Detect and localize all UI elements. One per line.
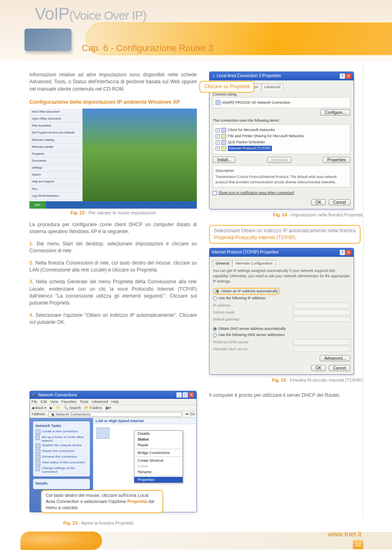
ctx-bridge[interactable]: Bridge Connections	[134, 450, 183, 456]
cancel-button[interactable]: Cancel	[329, 199, 350, 205]
win1-okcancel: OK Cancel	[213, 199, 350, 206]
ip-row: IP address:	[213, 303, 350, 308]
details-panel: Details	[33, 479, 90, 489]
maximize-icon[interactable]: ▢	[183, 392, 188, 398]
win2-body: General Alternate Configuration You can …	[209, 257, 354, 374]
help-icon[interactable]: ?	[340, 250, 345, 255]
radio-icon[interactable]	[213, 327, 217, 331]
lan-connection-icon[interactable]	[96, 427, 109, 439]
annotation-bottom-box: Col tasto destro del mouse, cliccare sul…	[41, 490, 163, 513]
list-item[interactable]: ✓QoS Packet Scheduler	[216, 139, 347, 145]
dns2-row: Alternate DNS server:	[213, 346, 350, 352]
fig24-number: Fig. 24	[273, 212, 287, 217]
startmenu-item: Log Off Administrator...	[29, 193, 82, 200]
checkbox-icon[interactable]	[213, 191, 217, 195]
menu-view[interactable]: View	[50, 400, 58, 404]
ok-button[interactable]: OK	[311, 365, 326, 371]
win2-okcancel: OK Cancel	[213, 365, 350, 372]
radio-icon[interactable]	[213, 296, 217, 300]
nc-window-controls: _▢✕	[176, 392, 194, 398]
ctx-properties[interactable]: Properties	[134, 477, 183, 483]
task-item[interactable]: Create a new connection	[36, 429, 87, 435]
radio-obtain-ip[interactable]: Obtain an IP address automatically	[213, 287, 350, 295]
start-button: start	[29, 201, 46, 209]
back-button[interactable]: ◀ Back ▾	[31, 406, 47, 410]
task-item[interactable]: Disable this network device	[36, 443, 87, 449]
checkbox-icon[interactable]: ✓	[216, 140, 220, 145]
radio-use-dns[interactable]: Use the following DNS server addresses:	[213, 332, 350, 338]
win1-titlebar: ⊥ Local Area Connection 3 Properties ?✕	[209, 72, 354, 80]
checkbox-icon[interactable]: ✓	[216, 134, 220, 138]
go-button[interactable]: ➡ Go	[185, 412, 195, 417]
up-button[interactable]: 📁	[56, 406, 60, 410]
radio-icon[interactable]	[213, 333, 217, 337]
fig23-caption: Fig. 23 - Aprire la finestra Proprietà	[63, 521, 134, 525]
task-item[interactable]: Rename this connection	[36, 454, 87, 460]
startmenu-item: Files Anywhere	[29, 122, 82, 129]
close-icon[interactable]: ✕	[189, 392, 194, 398]
uninstall-button[interactable]: Uninstall	[267, 157, 292, 163]
configure-button[interactable]: Configure...	[320, 109, 350, 116]
task-item[interactable]: Repair this connection	[36, 449, 87, 454]
forward-button[interactable]: ▶	[50, 406, 53, 410]
list-item[interactable]: ✓File and Printer Sharing for Microsoft …	[216, 133, 347, 139]
procedure-intro: La procedura per configurare come client…	[29, 221, 197, 236]
showicon-row[interactable]: Show icon in notification area when conn…	[213, 190, 350, 196]
radio-icon[interactable]	[215, 289, 219, 294]
tcpip-icon	[221, 146, 226, 151]
help-icon[interactable]: ?	[340, 73, 345, 79]
minimize-icon[interactable]: _	[176, 392, 182, 398]
search-button[interactable]: 🔍 Search	[64, 406, 81, 410]
startmenu-item: Documents	[29, 158, 82, 165]
menu-help[interactable]: Help	[111, 400, 119, 404]
close-icon[interactable]: ✕	[346, 73, 351, 79]
right-column: Cliccare su Proprietà ⊥ Local Area Conne…	[209, 71, 363, 404]
menu-file[interactable]: File	[31, 400, 38, 404]
list-item[interactable]: ✓Client for Microsoft Networks	[216, 127, 347, 133]
callout-properties: Cliccare su Proprietà	[199, 81, 254, 93]
highlight-ring: Obtain an IP address automatically	[213, 288, 280, 295]
tab-general[interactable]: General	[213, 260, 232, 267]
tab-altconfig[interactable]: Alternate Configuration	[232, 260, 276, 267]
checkbox-icon[interactable]: ✓	[216, 128, 220, 132]
win1-window-controls: ?✕	[340, 73, 351, 79]
fig23-text: - Aprire la finestra Proprietà	[78, 521, 134, 525]
advanced-button[interactable]: Advanced...	[320, 355, 350, 361]
menu-favorites[interactable]: Favorites	[61, 400, 76, 404]
ctx-delete[interactable]: Delete	[134, 463, 183, 469]
radio-obtain-dns[interactable]: Obtain DNS server address automatically	[213, 326, 350, 332]
radio-use-ip[interactable]: Use the following IP address:	[213, 295, 350, 301]
task-item[interactable]: View status of this connection	[36, 460, 87, 466]
ok-button[interactable]: OK	[311, 199, 326, 205]
menu-edit[interactable]: Edit	[41, 400, 47, 404]
list-item-tcpip[interactable]: ✓Internet Protocol (TCP/IP)	[216, 145, 347, 151]
nic-icon	[216, 100, 220, 105]
ctx-status[interactable]: Status	[134, 436, 183, 442]
configure-row: Configure...	[213, 109, 350, 116]
close-icon[interactable]: ✕	[346, 250, 351, 255]
win2-tabs: General Alternate Configuration	[213, 260, 350, 267]
cancel-button[interactable]: Cancel	[329, 365, 350, 371]
address-field[interactable]: 🔌 Network Connections	[48, 412, 182, 417]
ctx-repair[interactable]: Repair	[134, 442, 183, 448]
chapter-title: Cap. 6 - Configurazione Router 3	[82, 43, 214, 53]
startmenu-item: Settings	[29, 165, 82, 171]
checkbox-icon[interactable]: ✓	[216, 147, 220, 151]
ctx-rename[interactable]: Rename	[134, 469, 183, 475]
ctx-separator	[134, 456, 183, 457]
menu-tools[interactable]: Tools	[80, 400, 88, 404]
folders-button[interactable]: 📂 Folders	[84, 406, 102, 410]
task-item[interactable]: Change settings of this connection	[36, 466, 87, 474]
install-button[interactable]: Install...	[213, 157, 236, 163]
menu-advanced[interactable]: Advanced	[91, 400, 108, 404]
annotation-bottom: Col tasto destro del mouse, cliccare sul…	[41, 490, 163, 513]
task-item[interactable]: Set up a home or small office network	[36, 435, 87, 443]
ctx-shortcut[interactable]: Create Shortcut	[134, 458, 183, 463]
ctx-disable[interactable]: Disable	[134, 431, 183, 436]
startmenu-item: Open Office Document	[29, 116, 82, 122]
win2-title-text: Internet Protocol (TCP/IP) Properties	[212, 249, 278, 256]
views-button[interactable]: ▦▾	[105, 406, 111, 410]
tab-advanced[interactable]: Advanced	[261, 84, 283, 90]
properties-button[interactable]: Properties	[323, 157, 350, 163]
fig22-number: Fig. 22	[70, 210, 85, 215]
